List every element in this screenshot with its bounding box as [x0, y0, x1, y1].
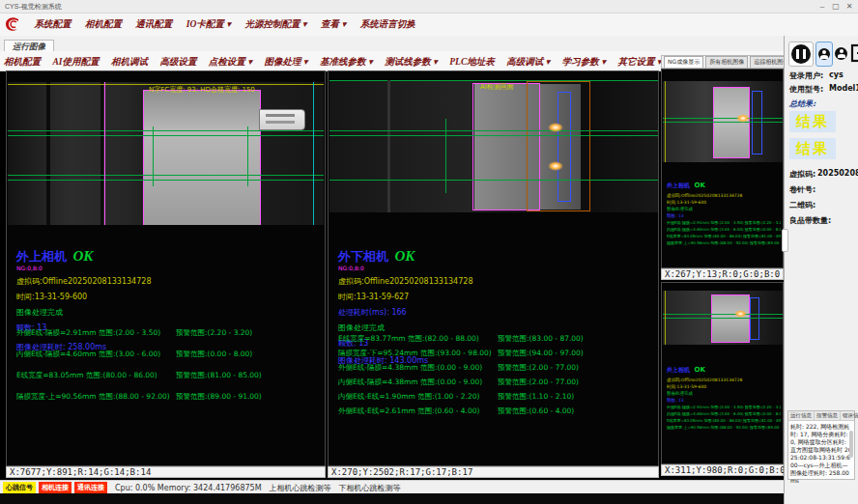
measure-row: 外侧E线-隔膜=2.91mm 范围:(2.00 - 3.50)预警范围:(2.2…: [16, 328, 323, 338]
bottom-strip: [0, 493, 784, 504]
overlay-line-yellow: [665, 291, 666, 345]
measure-row: 内侧E线-隔膜=4.38mm 范围:(0.00 - 9.00)预警范围:(2.0…: [338, 378, 656, 387]
overlay-line-green: [663, 122, 783, 123]
tool-image-processing[interactable]: 图像处理 ▾: [264, 52, 307, 71]
sidebar-barcode-label: 虚拟码:: [789, 169, 815, 180]
sidebar: 登录用户: cys 使用型号: Model1 总结果: 结果 结果 虚拟码: 2…: [784, 36, 858, 504]
pixel-coords-preview-1: X:267;Y:13;R:0;G:0;B:0: [661, 268, 784, 280]
weld-glow: [548, 123, 563, 132]
overlay-line-yellow: [665, 81, 666, 162]
preview-image-1[interactable]: [663, 81, 783, 162]
menu-io-config[interactable]: IO卡配置 ▾: [186, 14, 231, 36]
good-count-label: 良品带数量:: [789, 215, 831, 226]
user-icon: [818, 48, 830, 60]
comm-link-badge: 通讯连接: [74, 482, 107, 493]
tool-spot-check[interactable]: 点检设置 ▾: [209, 52, 252, 71]
camera-image-upper[interactable]: N字FC宽度: 93; HD合格宽度: 150: [8, 82, 324, 225]
tab-ng-display[interactable]: NG成像显示: [664, 56, 703, 68]
image-annotation-label: N字FC宽度: 93; HD合格宽度: 150: [149, 85, 255, 95]
ng-counter: NG:0,B:0: [338, 265, 654, 271]
user-value: cys: [829, 70, 844, 79]
sidebar-barcode-value: 20250208: [817, 169, 858, 178]
overlay-box-blue: [752, 91, 762, 154]
overlay-line-green: [8, 175, 324, 176]
pixel-coords-upper: X:7677;Y:891;R:14;G:14;B:14: [6, 466, 326, 478]
model-label: 使用型号:: [789, 84, 823, 95]
result-ok-badge: OK: [72, 248, 93, 265]
camera-title: 外下相机: [338, 248, 388, 266]
image-annotation-label: AI检测画面: [480, 82, 514, 92]
tool-advanced-settings[interactable]: 高级设置: [159, 52, 196, 71]
overlay-line-cyan: [313, 82, 314, 225]
overlay-line-green: [8, 180, 324, 181]
ng-counter: NG:0,B:0: [16, 265, 321, 271]
heartbeat-badge: 心跳信号: [3, 482, 36, 493]
image-structure: [100, 82, 103, 225]
overlay-line-green: [663, 318, 783, 319]
tool-plc-address[interactable]: PLC地址表: [449, 52, 494, 71]
measurement-rows-upper: 外侧E线-隔膜=2.91mm 范围:(2.00 - 3.50)预警范围:(2.2…: [16, 328, 323, 402]
camera-panel-lower: AI检测画面 外下相机 OK NG:0,B:0 虚拟码:Offline20250…: [328, 70, 659, 466]
log-tab-error[interactable]: 错误信息: [841, 411, 858, 420]
tool-advanced-debug[interactable]: 高级调试 ▾: [506, 52, 550, 71]
window-title: CYS-视觉检测系统: [5, 3, 62, 10]
preview-image-2[interactable]: [663, 291, 783, 345]
measurement-rows-lower: E线宽度=83.77mm 范围:(82.00 - 88.00)预警范围:(83.…: [338, 334, 656, 416]
upper-heartbeat-text: 上相机心跳检测等: [270, 483, 331, 493]
logout-button[interactable]: [850, 43, 858, 63]
tab-all-cameras[interactable]: 所有相机图像: [705, 56, 748, 68]
log-scrollbar[interactable]: [849, 431, 853, 458]
menu-system-config[interactable]: 系统配置: [34, 14, 71, 36]
overlay-box-blue: [558, 92, 571, 202]
overlay-box-blue: [750, 297, 759, 340]
weld-glow: [734, 310, 747, 318]
tool-baseline-params[interactable]: 基准线参数 ▾: [320, 52, 373, 71]
menu-language-switch[interactable]: 系统语言切换: [360, 14, 415, 36]
maximize-icon[interactable]: ▢: [829, 0, 843, 14]
close-icon[interactable]: ✕: [843, 0, 856, 14]
operator-icon[interactable]: [835, 47, 847, 60]
menu-light-config[interactable]: 光源控制配置 ▾: [244, 14, 306, 36]
total-result-label: 总结果:: [789, 98, 815, 109]
log-tab-run[interactable]: 运行信息: [788, 411, 815, 420]
done-line: 图像处理完成: [338, 322, 654, 333]
sidebar-collapse-handle[interactable]: [782, 229, 788, 252]
overlay-line-green: [329, 80, 658, 81]
menu-view[interactable]: 查看 ▾: [321, 14, 346, 36]
pause-button[interactable]: [788, 42, 814, 67]
pixel-coords-lower: X:270;Y:2502;R:17;G:17;B:17: [328, 466, 659, 478]
pin-number-label: 卷针号:: [789, 184, 815, 195]
tool-other-settings[interactable]: 其它设置 ▾: [617, 52, 661, 71]
overlay-line-green: [663, 314, 783, 315]
camera-image-lower[interactable]: AI检测画面: [329, 80, 658, 212]
overlay-line-green: [8, 135, 324, 136]
overlay-line-green: [8, 130, 324, 131]
measure-row: 内侧E线-隔膜=4.60mm 范围:(3.00 - 6.00)预警范围:(0.0…: [16, 350, 323, 359]
cpu-memory-text: Cpu: 0.0% Memory: 3424.41796875M: [115, 484, 262, 492]
tool-learning-params[interactable]: 学习参数 ▾: [562, 52, 606, 71]
weld-glow: [548, 161, 563, 171]
menu-comm-config[interactable]: 通讯配置: [135, 14, 172, 36]
pause-icon: [791, 44, 811, 64]
status-bar: 心跳信号 相机连接 通讯连接 Cpu: 0.0% Memory: 3424.41…: [0, 480, 784, 494]
tool-testline-params[interactable]: 测试线参数 ▾: [385, 52, 438, 71]
cell-region-box: [713, 87, 750, 158]
log-box: 运行信息 报警信息 错误信息 耗时: 222, 网络检测耗时: 17, 网络分类…: [787, 410, 855, 480]
log-tab-alarm[interactable]: 报警信息: [815, 411, 841, 420]
minimize-icon[interactable]: –: [815, 0, 829, 14]
tool-camera-debug[interactable]: 相机调试: [111, 52, 148, 71]
tool-camera-config[interactable]: 相机配置: [4, 52, 41, 71]
app-logo-icon: [4, 16, 21, 37]
result-box-2: 结果: [789, 138, 836, 159]
log-tabs: 运行信息 报警信息 错误信息: [788, 411, 854, 421]
overlay-line-green: [329, 180, 658, 181]
camera-link-badge: 相机连接: [39, 482, 72, 493]
overlay-line-green: [445, 119, 446, 193]
menu-camera-config[interactable]: 相机配置: [85, 14, 122, 36]
cell-region-box: [143, 90, 261, 225]
overlay-line-green: [329, 135, 658, 136]
user-login-button[interactable]: [815, 42, 833, 67]
time-line: 时间:13-31-59-600: [16, 292, 321, 302]
tool-ai-config[interactable]: AI使用配置: [52, 52, 99, 71]
measure-row: 内侧E线-E线=1.90mm 范围:(1.00 - 2.20)预警范围:(1.1…: [338, 392, 656, 402]
